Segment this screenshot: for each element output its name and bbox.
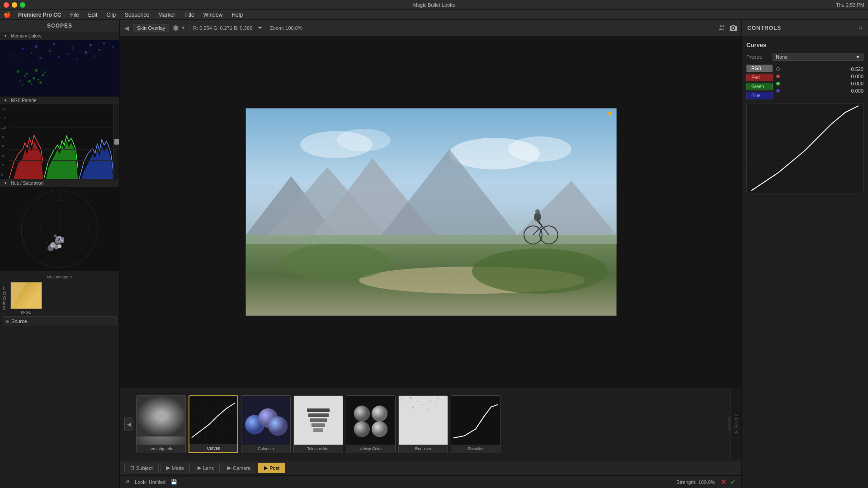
- svg-point-22: [24, 75, 26, 77]
- menu-file[interactable]: File: [66, 10, 82, 20]
- channel-buttons: RGB Red Green Blue: [746, 65, 773, 99]
- svg-point-89: [268, 416, 288, 436]
- tab-camera[interactable]: ▶ Camera: [222, 463, 256, 473]
- hue-saturation-label[interactable]: ▼ Hue / Saturation: [0, 179, 119, 187]
- collapse-arrow: ▼: [4, 34, 7, 38]
- source-bar[interactable]: ⊞ Source: [3, 316, 117, 326]
- channel-btn-blue[interactable]: Blue: [746, 92, 773, 99]
- effect-tile-telecine[interactable]: Telecine Net: [293, 395, 343, 453]
- value-dot-red: [776, 75, 780, 78]
- preset-dropdown[interactable]: Skin Overlay: [133, 24, 169, 32]
- svg-point-93: [354, 421, 370, 436]
- gear-icon[interactable]: [173, 25, 179, 31]
- value-blue: 0.000: [783, 88, 863, 94]
- effect-tile-shoulder[interactable]: Shoulder: [451, 395, 500, 453]
- apple-menu[interactable]: 🍎: [4, 11, 11, 18]
- value-rgb: -0.520: [783, 66, 863, 72]
- menu-premiere[interactable]: Premiere Pro CC: [14, 10, 65, 20]
- channel-btn-rgb[interactable]: RGB: [746, 65, 773, 72]
- effect-name-curves: Curves: [207, 444, 220, 452]
- save-button[interactable]: 💾: [171, 479, 177, 485]
- tab-camera-icon: ▶: [227, 465, 231, 471]
- svg-point-15: [58, 56, 60, 58]
- svg-point-6: [13, 55, 14, 56]
- value-green: 0.000: [783, 81, 863, 86]
- strip-nav-left[interactable]: ◀: [124, 418, 133, 431]
- hue-saturation-canvas: [0, 187, 119, 271]
- effect-tile-curves[interactable]: Curves: [189, 395, 238, 453]
- toolbar-settings: ▼: [173, 25, 185, 31]
- titlebar-right: Thu 2:53 PM: [836, 2, 864, 8]
- close-button[interactable]: [4, 2, 9, 8]
- svg-point-21: [44, 71, 46, 73]
- menu-window[interactable]: Window: [200, 10, 226, 20]
- effect-tile-lens-vignette[interactable]: Lens Vignette: [136, 395, 186, 453]
- tab-subject[interactable]: ⊡ Subject: [124, 463, 159, 473]
- minimize-button[interactable]: [12, 2, 17, 8]
- svg-rect-109: [747, 103, 863, 193]
- footage-label: My Footage Is: [3, 274, 117, 280]
- traffic-lights[interactable]: [4, 2, 25, 8]
- svg-point-1: [35, 45, 38, 48]
- value-dot-rgb: [776, 67, 780, 71]
- thumbnail-overlay: [11, 282, 26, 309]
- controls-header: CONTROLS ↺: [742, 20, 868, 36]
- hue-saturation-section: ▼ Hue / Saturation: [0, 179, 119, 271]
- effect-name-telecine: Telecine Net: [307, 445, 330, 453]
- svg-rect-106: [428, 408, 429, 410]
- curves-graph[interactable]: [746, 103, 863, 193]
- svg-point-10: [85, 51, 87, 54]
- camera-icon[interactable]: [730, 24, 737, 32]
- channel-btn-red[interactable]: Red: [746, 74, 773, 81]
- svg-point-16: [76, 58, 78, 60]
- controls-reset[interactable]: ↺: [859, 25, 863, 31]
- tab-subject-label: Subject: [136, 465, 153, 471]
- svg-point-4: [89, 44, 92, 47]
- tab-post[interactable]: ▶ Post: [258, 463, 285, 473]
- color-info: R: 0.254 G: 0.271 B: 0.366: [193, 25, 252, 31]
- menubar: 🍎 Premiere Pro CC File Edit Clip Sequenc…: [0, 10, 868, 20]
- menu-clip[interactable]: Clip: [103, 10, 119, 20]
- svg-point-20: [35, 69, 38, 72]
- svg-rect-103: [403, 405, 404, 406]
- tab-lens-label: Lens: [203, 465, 214, 471]
- effect-preview-renoiser: [399, 396, 448, 445]
- channel-btn-green[interactable]: Green: [746, 83, 773, 90]
- maximize-button[interactable]: [20, 2, 25, 8]
- value-dot-green: [776, 82, 780, 85]
- menu-title[interactable]: Title: [180, 10, 198, 20]
- effect-name-fourway: 4-Way Color: [359, 445, 382, 453]
- preset-select[interactable]: None ▼: [773, 53, 863, 61]
- effect-tile-fourway[interactable]: 4-Way Color: [346, 395, 396, 453]
- memory-colors-label[interactable]: ▼ Memory Colors: [0, 32, 119, 40]
- confirm-button[interactable]: ✓: [730, 478, 736, 486]
- toolbar-divider-2: [266, 23, 266, 33]
- svg-point-14: [39, 56, 42, 59]
- titlebar: Magic Bullet Looks Thu 2:53 PM: [0, 0, 868, 10]
- undo-button[interactable]: ↺: [125, 479, 129, 485]
- svg-point-56: [720, 25, 722, 27]
- cancel-button[interactable]: ✕: [721, 478, 726, 486]
- menu-help[interactable]: Help: [228, 10, 246, 20]
- back-nav[interactable]: ◀: [124, 24, 129, 32]
- effect-tile-colorista[interactable]: Colorista: [241, 395, 291, 453]
- svg-point-60: [336, 129, 391, 151]
- values-panel: -0.520 0.000 0.000 0.000: [776, 66, 863, 94]
- effect-tile-renoiser[interactable]: Renoiser: [398, 395, 448, 453]
- menu-edit[interactable]: Edit: [85, 10, 101, 20]
- effect-name-colorista: Colorista: [258, 445, 274, 453]
- tab-lens[interactable]: ▶ Lens: [192, 463, 220, 473]
- rgb-parade-label[interactable]: ▼ RGB Parade: [0, 97, 119, 104]
- svg-point-29: [31, 83, 33, 85]
- bottom-tabs: ⊡ Subject ▶ Matte ▶ Lens ▶ Camera ▶ Post: [120, 460, 741, 475]
- preset-name: Skin Overlay: [137, 25, 165, 31]
- menu-marker[interactable]: Marker: [155, 10, 179, 20]
- svg-point-23: [33, 77, 35, 80]
- toolbar-arrow[interactable]: ▼: [181, 25, 185, 30]
- svg-rect-98: [410, 397, 411, 399]
- menu-sequence[interactable]: Sequence: [121, 10, 153, 20]
- svg-point-25: [19, 80, 21, 81]
- svg-rect-107: [435, 406, 436, 407]
- tab-matte[interactable]: ▶ Matte: [160, 463, 190, 473]
- strength-label: Strength:: [676, 479, 697, 485]
